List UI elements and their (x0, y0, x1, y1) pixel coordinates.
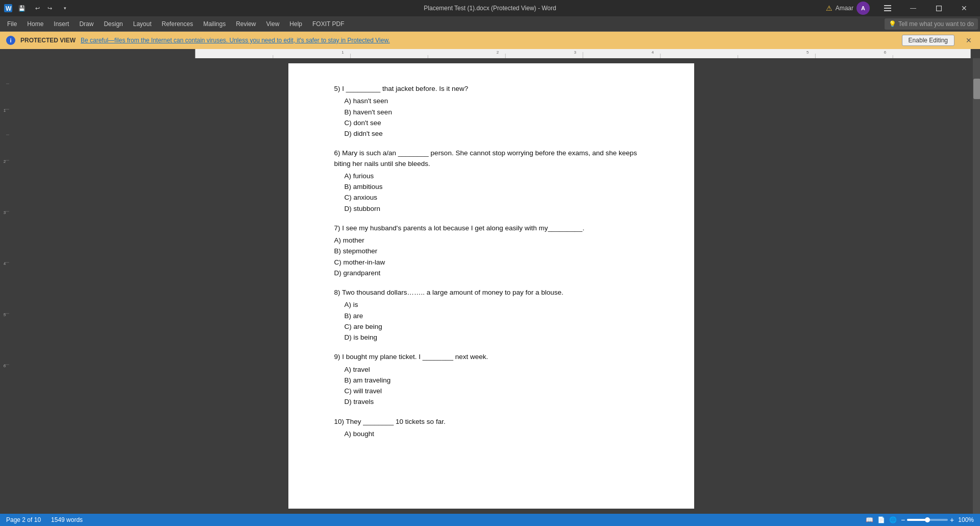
quick-access-more[interactable]: ▾ (59, 3, 70, 14)
menu-search[interactable]: 💡 Tell me what you want to do (885, 18, 978, 30)
list-item: D) stubborn (345, 204, 648, 214)
menu-home[interactable]: Home (22, 18, 48, 30)
zoom-controls: − + 100% (901, 516, 974, 524)
document-area: 5) I _________ that jacket before. Is it… (9, 58, 973, 514)
lightbulb-icon: 💡 (889, 20, 896, 28)
svg-text:6: 6 (884, 50, 887, 55)
question-7-options: A) mother B) stepmother C) mother-in-law… (334, 235, 648, 278)
list-item: B) are (345, 311, 648, 321)
document-page: 5) I _________ that jacket before. Is it… (288, 63, 694, 509)
question-9: 9) I bought my plane ticket. I ________ … (334, 352, 648, 407)
svg-text:4: 4 (651, 50, 654, 55)
question-5-text: 5) I _________ that jacket before. Is it… (334, 84, 648, 94)
ribbon-display-button[interactable] (876, 0, 899, 16)
svg-text:5: 5 (4, 313, 6, 317)
list-item: B) stepmother (334, 246, 648, 256)
question-7: 7) I see my husband's parents a lot beca… (334, 223, 648, 278)
ruler-container: 1 2 3 4 5 6 (0, 49, 980, 58)
ruler-left-side (9, 49, 195, 58)
menu-foxit[interactable]: FOXIT PDF (307, 18, 349, 30)
question-10-text: 10) They ________ 10 tickets so far. (334, 417, 648, 427)
list-item: A) bought (345, 429, 648, 439)
svg-text:4: 4 (4, 261, 6, 266)
zoom-out-button[interactable]: − (901, 516, 905, 524)
list-item: D) is being (345, 332, 648, 343)
zoom-slider-thumb[interactable] (925, 517, 930, 522)
username: Amaar (836, 5, 853, 12)
menu-draw[interactable]: Draw (74, 18, 99, 30)
list-item: C) don't see (345, 118, 648, 128)
search-placeholder: Tell me what you want to do (898, 20, 974, 28)
word-icon: W (4, 4, 12, 12)
svg-rect-2 (884, 5, 891, 6)
close-button[interactable]: ✕ (952, 0, 976, 16)
svg-text:2: 2 (497, 50, 499, 55)
page-info: Page 2 of 10 (6, 516, 41, 523)
question-9-options: A) travel B) am traveling C) will travel… (345, 365, 648, 408)
web-layout-button[interactable]: 🌐 (889, 516, 897, 523)
question-8-options: A) is B) are C) are being D) is being (345, 300, 648, 343)
save-button[interactable]: 💾 (16, 3, 28, 14)
svg-text:3: 3 (574, 50, 577, 55)
list-item: C) are being (345, 322, 648, 332)
info-icon: i (6, 36, 15, 45)
menu-design[interactable]: Design (99, 18, 128, 30)
menu-mailings[interactable]: Mailings (198, 18, 231, 30)
svg-text:7: 7 (4, 415, 6, 416)
list-item: C) mother-in-law (334, 257, 648, 268)
status-bar-right: 📖 📄 🌐 − + 100% (866, 516, 974, 524)
svg-text:2: 2 (4, 159, 6, 164)
avatar[interactable]: A (856, 2, 870, 15)
list-item: B) ambitious (345, 182, 648, 192)
list-item: A) travel (345, 365, 648, 375)
list-item: A) mother (334, 235, 648, 246)
read-mode-button[interactable]: 📖 (866, 516, 873, 523)
svg-text:W: W (6, 5, 12, 12)
question-6-options: A) furious B) ambitious C) anxious D) st… (345, 171, 648, 214)
title-bar-controls: ⚠ Amaar A — ✕ (826, 0, 976, 16)
svg-rect-5 (936, 6, 941, 11)
print-layout-button[interactable]: 📄 (877, 516, 885, 523)
restore-button[interactable] (927, 0, 950, 16)
title-bar-left: W 💾 ↩ ↪ ▾ (4, 3, 70, 14)
horizontal-ruler: 1 2 3 4 5 6 (195, 49, 971, 58)
menu-insert[interactable]: Insert (48, 18, 74, 30)
menu-file[interactable]: File (2, 18, 22, 30)
warning-icon: ⚠ (826, 4, 832, 12)
question-10-options: A) bought (345, 429, 648, 439)
menu-help[interactable]: Help (284, 18, 307, 30)
question-5: 5) I _________ that jacket before. Is it… (334, 84, 648, 139)
menu-view[interactable]: View (261, 18, 285, 30)
word-count: 1549 words (51, 516, 83, 523)
protected-view-label: PROTECTED VIEW (20, 37, 76, 44)
close-protected-bar-button[interactable]: ✕ (964, 35, 974, 45)
menu-layout[interactable]: Layout (128, 18, 157, 30)
list-item: B) haven't seen (345, 107, 648, 117)
enable-editing-button[interactable]: Enable Editing (902, 35, 954, 46)
list-item: A) furious (345, 171, 648, 181)
window-title: Placement Test (1).docx (Protected View)… (424, 5, 556, 12)
title-bar: W 💾 ↩ ↪ ▾ Placement Test (1).docx (Prote… (0, 0, 980, 16)
question-8-text: 8) Two thousand dollars…….. a large amou… (334, 288, 648, 298)
minimize-button[interactable]: — (901, 0, 925, 16)
vertical-scrollbar[interactable] (973, 58, 980, 514)
redo-button[interactable]: ↪ (44, 3, 55, 14)
question-9-text: 9) I bought my plane ticket. I ________ … (334, 352, 648, 362)
zoom-slider-track[interactable] (907, 519, 948, 521)
main-layout: 1 2 3 4 5 6 7 5) I _________ that jacket… (0, 58, 980, 514)
svg-rect-3 (884, 8, 891, 9)
question-7-text: 7) I see my husband's parents a lot beca… (334, 223, 648, 233)
menu-references[interactable]: References (157, 18, 198, 30)
svg-text:6: 6 (4, 364, 6, 368)
protected-view-message[interactable]: Be careful—files from the Internet can c… (81, 37, 390, 44)
list-item: A) is (345, 300, 648, 310)
svg-text:1: 1 (4, 108, 6, 113)
zoom-in-button[interactable]: + (950, 516, 954, 524)
ruler-corner (0, 49, 9, 58)
menu-review[interactable]: Review (231, 18, 261, 30)
zoom-level: 100% (958, 516, 974, 523)
undo-button[interactable]: ↩ (32, 3, 43, 14)
list-item: C) anxious (345, 193, 648, 203)
question-6: 6) Mary is such a/an ________ person. Sh… (334, 148, 648, 214)
question-10: 10) They ________ 10 tickets so far. A) … (334, 417, 648, 440)
